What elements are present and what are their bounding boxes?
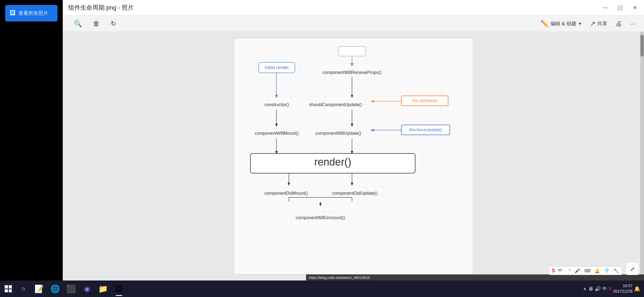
title-bar: 组件生命周期.png - 照片 — ⬜ ✕ bbox=[63, 0, 644, 15]
rotate-button[interactable]: ↻ bbox=[108, 18, 119, 29]
sougou-toolbar: S 中 · ° ·🎤· ⌨ ·🔔· 👕 ·🔧 bbox=[549, 266, 622, 275]
taskbar-word-app[interactable]: 📝 bbox=[31, 280, 47, 297]
component-will-mount-label: componentWillMount() bbox=[255, 131, 299, 136]
windows-logo bbox=[5, 285, 12, 292]
expand-button[interactable]: ⤢ bbox=[626, 263, 638, 275]
edge-icon: 🌐 bbox=[50, 284, 60, 293]
taskbar-explorer-app[interactable]: 📁 bbox=[95, 280, 111, 297]
gallery-label: 查看所有照片 bbox=[18, 10, 48, 16]
taskbar-right: ∧ 🖥 🔊 中 S 10:57 2017/11/29 🔔 bbox=[583, 283, 644, 294]
window-title: 组件生命周期.png - 照片 bbox=[63, 4, 134, 12]
expand-icon: ⤢ bbox=[630, 266, 635, 272]
toolbar-right: ✏️ 编辑 & 创建 ▼ ↗ 共享 🖨 ··· bbox=[538, 18, 644, 29]
this-force-update-label: this.forceUpdate() bbox=[409, 127, 442, 132]
component-will-receive-props-label: componentWillReceiveProps() bbox=[323, 70, 382, 75]
left-panel: 🖼 查看所有照片 bbox=[0, 0, 63, 297]
terminal-icon: ⬛ bbox=[66, 284, 76, 293]
component-will-unmount-label: componentWillUnmount() bbox=[296, 215, 345, 220]
taskbar-discord-app[interactable]: ◉ bbox=[79, 280, 95, 297]
sougou-logo: S bbox=[552, 268, 555, 274]
taskbar-time: 10:57 2017/11/29 bbox=[613, 283, 632, 294]
share-button[interactable]: ↗ 共享 bbox=[587, 18, 610, 29]
toolbar-left: 🔍 🗑 ↻ bbox=[63, 18, 119, 29]
time-display: 10:57 bbox=[613, 283, 632, 289]
svg-rect-15 bbox=[338, 46, 366, 56]
toolbar: 🔍 🗑 ↻ ✏️ 编辑 & 创建 ▼ ↗ 共享 🖨 ··· bbox=[63, 15, 644, 32]
edit-create-button[interactable]: ✏️ 编辑 & 创建 ▼ bbox=[538, 18, 585, 29]
edit-create-label: 编辑 & 创建 bbox=[550, 20, 576, 27]
maximize-button[interactable]: ⬜ bbox=[614, 1, 626, 14]
print-icon: 🖨 bbox=[615, 20, 622, 28]
more-icon: ··· bbox=[630, 20, 636, 28]
this-set-state-label: this.setState() bbox=[412, 98, 437, 103]
close-button[interactable]: ✕ bbox=[629, 1, 641, 14]
share-label: 共享 bbox=[597, 20, 607, 27]
chevron-down-icon: ▼ bbox=[578, 21, 582, 26]
explorer-icon: 📁 bbox=[98, 284, 108, 293]
search-icon: ○ bbox=[21, 285, 25, 292]
rotate-icon: ↻ bbox=[111, 20, 116, 28]
component-did-update-label: componentDidUpdate() bbox=[332, 191, 378, 196]
window-controls: — ⬜ ✕ bbox=[599, 1, 644, 14]
photos-icon: 🖼 bbox=[115, 284, 123, 293]
sougou-keyboard: ⌨ bbox=[584, 268, 591, 273]
sougou-mic: ·🎤· bbox=[574, 268, 582, 273]
taskbar-search-button[interactable]: ○ bbox=[17, 280, 30, 297]
sougou-chinese: 中 bbox=[558, 268, 562, 274]
sougou-wrench: ·🔧 bbox=[612, 268, 619, 273]
print-button[interactable]: 🖨 bbox=[613, 18, 625, 29]
component-will-update-label: componentWillUpdate() bbox=[315, 131, 361, 136]
diagram-svg: Initial render constructor() componentWi… bbox=[234, 38, 473, 274]
date-display: 2017/11/29 bbox=[613, 289, 632, 294]
minimize-button[interactable]: — bbox=[599, 1, 612, 14]
sougou-bell: ·🔔· bbox=[593, 268, 601, 273]
sougou-dot1: · bbox=[565, 268, 566, 273]
word-icon: 📝 bbox=[34, 284, 44, 293]
delete-button[interactable]: 🗑 bbox=[90, 18, 102, 29]
share-icon: ↗ bbox=[590, 20, 596, 28]
sougou-shirt: 👕 bbox=[604, 268, 610, 273]
delete-icon: 🗑 bbox=[93, 20, 100, 28]
component-did-mount-label: componentDidMount() bbox=[264, 191, 308, 196]
initial-render-label: Initial render bbox=[265, 65, 289, 70]
constructor-label: constructor() bbox=[264, 102, 289, 107]
gallery-icon: 🖼 bbox=[10, 10, 16, 17]
tray-sougou-icon[interactable]: S bbox=[608, 286, 612, 291]
taskbar-photos-app[interactable]: 🖼 bbox=[111, 280, 127, 297]
taskbar-terminal-app[interactable]: ⬛ bbox=[63, 280, 79, 297]
notification-icon[interactable]: 🔔 bbox=[634, 286, 640, 292]
render-label: render() bbox=[314, 156, 351, 168]
tray-network-icon[interactable]: 🖥 bbox=[588, 286, 593, 292]
zoom-icon: 🔍 bbox=[74, 20, 82, 28]
url-text: https://blog.csdn.net/weixin_46013619 bbox=[306, 276, 370, 280]
edit-icon: ✏️ bbox=[541, 20, 549, 28]
scrollbar[interactable] bbox=[640, 32, 644, 280]
gallery-button[interactable]: 🖼 查看所有照片 bbox=[5, 5, 58, 21]
diagram-container: Initial render constructor() componentWi… bbox=[234, 38, 473, 274]
url-status-bar: https://blog.csdn.net/weixin_46013619 bbox=[306, 274, 644, 280]
tray-up-arrow-icon[interactable]: ∧ bbox=[583, 286, 586, 292]
scrollbar-thumb[interactable] bbox=[640, 35, 644, 57]
tray-speaker-icon[interactable]: 🔊 bbox=[595, 286, 601, 292]
discord-icon: ◉ bbox=[84, 285, 90, 293]
taskbar-apps: 📝 🌐 ⬛ ◉ 📁 🖼 bbox=[30, 280, 127, 297]
more-button[interactable]: ··· bbox=[627, 18, 638, 29]
taskbar-edge-app[interactable]: 🌐 bbox=[47, 280, 63, 297]
zoom-button[interactable]: 🔍 bbox=[71, 18, 85, 29]
main-content: Initial render constructor() componentWi… bbox=[63, 32, 644, 280]
should-component-update-label: shouldComponentUpdate() bbox=[309, 102, 362, 107]
sougou-degree: ° bbox=[569, 268, 571, 273]
taskbar: ○ 📝 🌐 ⬛ ◉ 📁 🖼 ∧ 🖥 🔊 中 S bbox=[0, 280, 644, 297]
tray-chinese-icon[interactable]: 中 bbox=[602, 286, 607, 292]
windows-start-button[interactable] bbox=[0, 280, 17, 297]
